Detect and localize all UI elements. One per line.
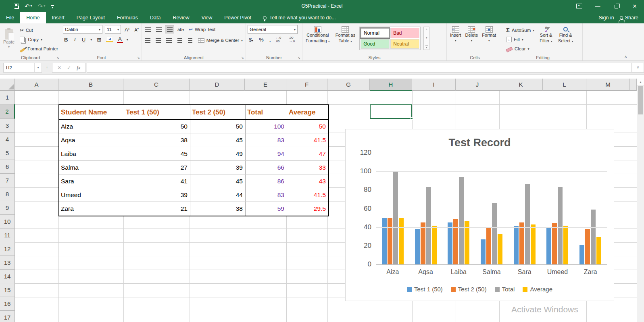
decrease-decimal-button[interactable]: .00 →.0 [289, 36, 299, 43]
row-header-12[interactable]: 12 [0, 242, 15, 256]
scroll-up-button[interactable]: ▲ [637, 79, 644, 86]
table-cell[interactable]: 39 [190, 161, 246, 174]
column-header-F[interactable]: F [286, 79, 327, 91]
table-cell[interactable]: 50 [287, 120, 328, 133]
scroll-thumb[interactable] [638, 86, 643, 114]
table-header-cell[interactable]: Student Name [59, 105, 124, 119]
column-header-H[interactable]: H [370, 79, 412, 91]
fill-color-button[interactable]: ◂ [106, 37, 113, 42]
table-cell[interactable]: Aiza [59, 120, 124, 133]
column-header-I[interactable]: I [412, 79, 456, 91]
bar-total-umeed[interactable] [558, 187, 563, 264]
decrease-indent-button[interactable] [175, 37, 183, 44]
close-button[interactable]: ✕ [625, 0, 644, 12]
table-header-cell[interactable]: Average [287, 105, 328, 119]
shrink-font-button[interactable]: A▾ [133, 27, 140, 32]
bar-test-2-(50)-aiza[interactable] [388, 218, 392, 264]
row-header-7[interactable]: 7 [0, 174, 15, 187]
save-button[interactable] [14, 4, 19, 9]
legend-item[interactable]: Average [523, 286, 552, 293]
table-cell[interactable]: 38 [190, 202, 246, 216]
font-color-button[interactable]: A [117, 36, 123, 43]
percent-style-button[interactable]: % [258, 37, 265, 43]
table-cell[interactable]: 38 [124, 133, 190, 147]
conditional-formatting-button[interactable]: Conditional Formatting ▾ [304, 25, 331, 45]
format-cells-button[interactable]: Format ▾ [480, 25, 498, 44]
number-format-select[interactable]: General▾ [248, 25, 298, 34]
increase-decimal-button[interactable]: ←.0 .00 [275, 36, 286, 43]
tab-data[interactable]: Data [144, 12, 167, 23]
orientation-button[interactable]: ab▾ [176, 27, 185, 32]
redo-button[interactable]: ↷▾ [38, 3, 46, 9]
font-size-select[interactable]: 11▾ [105, 25, 121, 34]
bar-test-2-(50)-salma[interactable] [486, 228, 491, 264]
tab-formulas[interactable]: Formulas [111, 12, 144, 23]
autosum-button[interactable]: ΣAutoSum▾ [505, 26, 536, 35]
find-select-button[interactable]: Find & Select ▾ [556, 25, 575, 45]
column-header-G[interactable]: G [327, 79, 370, 91]
borders-button[interactable]: ⊞ [96, 37, 102, 43]
cell-style-good[interactable]: Good [361, 39, 390, 49]
table-header-cell[interactable]: Test 2 (50) [190, 105, 246, 119]
cancel-icon[interactable]: ✕ [57, 65, 61, 71]
bar-average-aqsa[interactable] [432, 226, 437, 264]
formula-bar-expand-icon[interactable]: ˅ [632, 63, 644, 73]
table-cell[interactable]: 44 [190, 188, 246, 202]
cell-style-normal[interactable]: Normal [361, 28, 390, 38]
table-cell[interactable]: 41.5 [287, 133, 328, 147]
table-header-cell[interactable]: Total [246, 105, 287, 119]
clear-button[interactable]: Clear▾ [505, 44, 536, 53]
bar-test-1-(50)-aqsa[interactable] [415, 229, 420, 264]
table-cell[interactable]: 49 [190, 147, 246, 160]
bar-test-2-(50)-sara[interactable] [519, 222, 524, 264]
bar-average-umeed[interactable] [563, 226, 568, 264]
column-header-M[interactable]: M [586, 79, 630, 91]
ribbon-display-options-button[interactable] [570, 0, 588, 12]
merge-center-button[interactable]: Merge & Center▾ [197, 36, 244, 45]
align-right-button[interactable] [165, 37, 173, 44]
row-header-11[interactable]: 11 [0, 229, 15, 242]
table-cell[interactable]: 29.5 [287, 202, 328, 216]
row-header-2[interactable]: 2 [0, 104, 15, 119]
copy-button[interactable]: Copy▾ [19, 35, 59, 44]
format-painter-button[interactable]: Format Painter [19, 44, 59, 53]
column-header-A[interactable]: A [15, 79, 58, 91]
table-header-cell[interactable]: Test 1 (50) [124, 105, 190, 119]
sign-in-link[interactable]: Sign in [598, 15, 614, 21]
column-header-E[interactable]: E [245, 79, 286, 91]
number-dialog-launcher[interactable]: ↘ [297, 56, 300, 60]
table-cell[interactable]: 45 [124, 147, 190, 160]
table-cell[interactable]: Umeed [59, 188, 124, 202]
comma-style-button[interactable]: , [268, 37, 272, 43]
top-align-button[interactable] [144, 26, 152, 33]
row-header-4[interactable]: 4 [0, 133, 15, 146]
paste-button[interactable]: Paste ▾ [2, 28, 16, 51]
column-header-K[interactable]: K [499, 79, 543, 91]
cell-style-neutral[interactable]: Neutral [390, 39, 419, 49]
underline-button[interactable]: U [81, 37, 87, 43]
enter-icon[interactable]: ✓ [67, 65, 71, 71]
insert-function-icon[interactable]: fx [77, 64, 80, 71]
row-header-8[interactable]: 8 [0, 187, 15, 201]
bar-test-2-(50)-umeed[interactable] [552, 223, 557, 264]
table-cell[interactable]: 33 [287, 161, 328, 174]
legend-item[interactable]: Test 1 (50) [407, 286, 443, 293]
row-header-10[interactable]: 10 [0, 215, 15, 229]
column-header-D[interactable]: D [190, 79, 245, 91]
tab-review[interactable]: Review [167, 12, 195, 23]
formula-input[interactable] [87, 63, 632, 73]
row-header-3[interactable]: 3 [0, 119, 15, 133]
table-cell[interactable]: 94 [246, 147, 287, 160]
delete-cells-button[interactable]: Delete ▾ [464, 25, 480, 44]
row-header-5[interactable]: 5 [0, 146, 15, 160]
table-cell[interactable]: 27 [124, 161, 190, 174]
table-cell[interactable]: 100 [246, 120, 287, 133]
bar-average-aiza[interactable] [399, 218, 404, 264]
font-dialog-launcher[interactable]: ↘ [137, 56, 140, 60]
bar-total-salma[interactable] [492, 203, 497, 264]
fill-button[interactable]: ↓Fill▾ [505, 35, 536, 44]
table-cell[interactable]: 50 [190, 120, 246, 133]
table-cell[interactable]: Salma [59, 161, 124, 174]
bar-test-2-(50)-aqsa[interactable] [421, 222, 425, 264]
format-as-table-button[interactable]: Format as Table ▾ [334, 25, 357, 45]
